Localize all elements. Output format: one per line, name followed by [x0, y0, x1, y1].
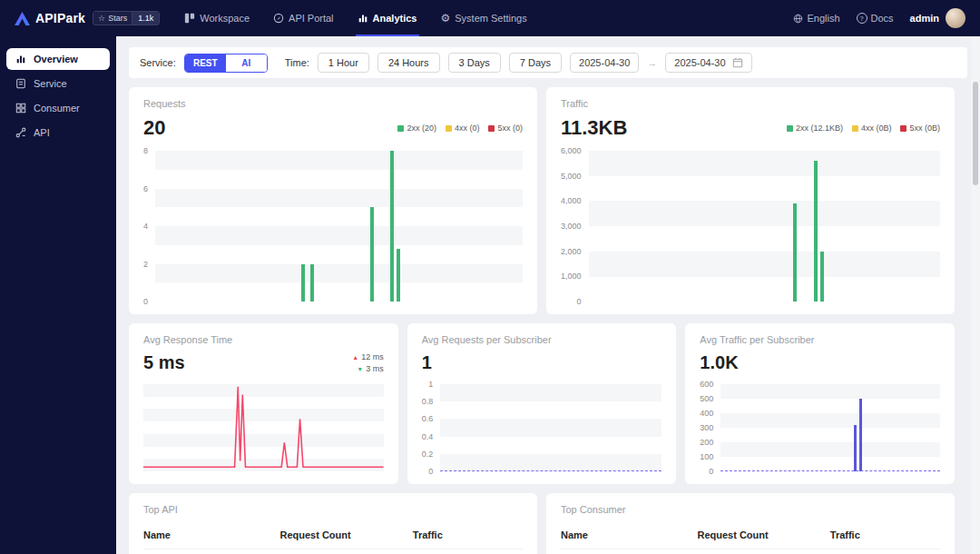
scrollbar[interactable] [973, 82, 978, 185]
y-tick-label: 0.4 [422, 432, 434, 441]
requests-card: Requests 20 2xx (20) 4xx (0) 5xx (0) 864… [129, 87, 537, 314]
sidebar-item-consumer[interactable]: Consumer [6, 97, 110, 119]
sidebar-item-overview[interactable]: Overview [6, 48, 110, 70]
time-label: Time: [285, 57, 309, 68]
nav-analytics[interactable]: Analytics [346, 0, 429, 36]
nav-label: Analytics [373, 13, 417, 24]
time-range-7-days[interactable]: 7 Days [509, 53, 562, 73]
y-tick-label: 4 [143, 222, 148, 231]
column-name: Name [143, 529, 279, 540]
legend-5xx-dot [488, 125, 495, 132]
legend-2xx-label: 2xx (12.1KB) [796, 124, 843, 133]
chart-bar [301, 264, 305, 302]
settings-icon: ⚙ [441, 12, 451, 25]
star-icon: ☆ [98, 14, 105, 23]
brand-name: APIPark [35, 11, 85, 25]
consumer-icon [15, 103, 26, 114]
service-option-rest[interactable]: REST [185, 54, 226, 72]
chart-bar [397, 249, 400, 302]
nav-label: System Settings [455, 13, 526, 24]
y-tick-label: 0.6 [422, 414, 434, 423]
column-traffic: Traffic [830, 529, 940, 540]
language-switcher[interactable]: English [793, 13, 839, 24]
time-range-3-days[interactable]: 3 Days [448, 53, 501, 73]
chart-bar [820, 252, 824, 302]
top-api-card: Top API Name Request Count Traffic [129, 493, 537, 554]
legend-5xx-label: 5xx (0B) [909, 124, 940, 133]
y-axis: 86420 [143, 151, 148, 302]
plot-area [440, 384, 662, 471]
y-tick-label: 400 [700, 409, 713, 418]
date-end-value: 2025-04-30 [674, 57, 725, 68]
top-consumer-card: Top Consumer Name Request Count Traffic [546, 493, 955, 554]
date-start-input[interactable]: 2025-04-30 [570, 53, 639, 73]
stars-count: 1.1k [132, 12, 159, 25]
sidebar-item-service[interactable]: Service [6, 73, 110, 94]
stars-label: Stars [108, 14, 127, 23]
legend-2xx-dot [397, 125, 404, 132]
nav-system-settings[interactable]: ⚙ System Settings [429, 0, 539, 36]
card-title: Requests [143, 98, 523, 109]
tables-row: Top API Name Request Count Traffic Top C… [129, 493, 955, 554]
globe-icon [793, 14, 803, 24]
requests-legend: 2xx (20) 4xx (0) 5xx (0) [397, 124, 523, 133]
plot-area [720, 384, 940, 471]
y-tick-label: 2 [143, 260, 148, 269]
card-title: Traffic [561, 98, 940, 109]
legend-5xx-dot [900, 125, 906, 132]
nav-workspace[interactable]: Workspace [172, 0, 261, 36]
brand[interactable]: APIPark [15, 11, 85, 25]
legend-2xx-dot [787, 125, 793, 132]
avg-traffic-per-subscriber-value: 1.0K [700, 352, 738, 373]
avg-response-time-value: 5 ms [143, 352, 185, 373]
top-api-table-header: Name Request Count Traffic [143, 529, 523, 549]
time-range-24-hours[interactable]: 24 Hours [377, 53, 440, 73]
y-tick-label: 0.2 [422, 450, 434, 459]
requests-chart: 86420 [143, 151, 523, 302]
navbar-right: English ? Docs admin [793, 8, 965, 28]
api-icon [15, 127, 26, 138]
github-stars-badge[interactable]: ☆ Stars 1.1k [93, 11, 160, 25]
time-range-1-hour[interactable]: 1 Hour [318, 53, 369, 73]
column-name: Name [561, 529, 697, 540]
docs-link[interactable]: ? Docs [857, 13, 894, 24]
y-tick-label: 100 [700, 452, 713, 461]
avg-requests-per-subscriber-card: Avg Requests per Subscriber 1 10.80.60.4… [407, 323, 677, 484]
user-menu[interactable]: admin [910, 8, 965, 28]
delta-down-value: 3 ms [366, 364, 384, 373]
chart-bar [859, 399, 862, 471]
plot-area [155, 151, 523, 302]
card-title: Top API [143, 504, 523, 515]
apipark-logo-icon [15, 12, 30, 25]
traffic-legend: 2xx (12.1KB) 4xx (0B) 5xx (0B) [787, 124, 940, 133]
chart-bar [310, 264, 314, 302]
calendar-icon [732, 57, 743, 68]
service-icon [15, 78, 26, 89]
main-nav: Workspace API Portal Analytics ⚙ System … [172, 0, 539, 36]
docs-label: Docs [871, 13, 894, 24]
y-tick-label: 1,000 [561, 272, 582, 281]
y-axis: 6,0005,0004,0003,0002,0001,0000 [561, 151, 582, 302]
column-request-count: Request Count [697, 529, 829, 540]
top-consumer-table-header: Name Request Count Traffic [561, 529, 940, 549]
sidebar-item-api[interactable]: API [6, 122, 110, 143]
chart-bar [793, 203, 797, 302]
y-tick-label: 500 [700, 394, 713, 403]
sidebar: Overview Service Consumer API [0, 36, 116, 554]
y-tick-label: 1 [422, 380, 434, 389]
chart-baseline [720, 470, 940, 471]
service-option-ai[interactable]: AI [226, 54, 267, 72]
y-tick-label: 3,000 [561, 222, 582, 231]
charts-row-2: Avg Response Time 5 ms ▲12 ms ▼3 ms Avg … [129, 323, 955, 484]
y-axis: 10.80.60.40.20 [422, 384, 434, 471]
service-label: Service: [140, 57, 176, 68]
plot-area [143, 384, 384, 471]
legend-5xx-label: 5xx (0) [497, 124, 523, 133]
traffic-card: Traffic 11.3KB 2xx (12.1KB) 4xx (0B) 5xx… [546, 87, 955, 314]
column-traffic: Traffic [413, 529, 523, 540]
date-end-input[interactable]: 2025-04-30 [665, 53, 751, 73]
chart-bar [390, 151, 394, 302]
y-tick-label: 300 [700, 423, 713, 432]
language-label: English [807, 13, 839, 24]
nav-api-portal[interactable]: API Portal [261, 0, 346, 36]
